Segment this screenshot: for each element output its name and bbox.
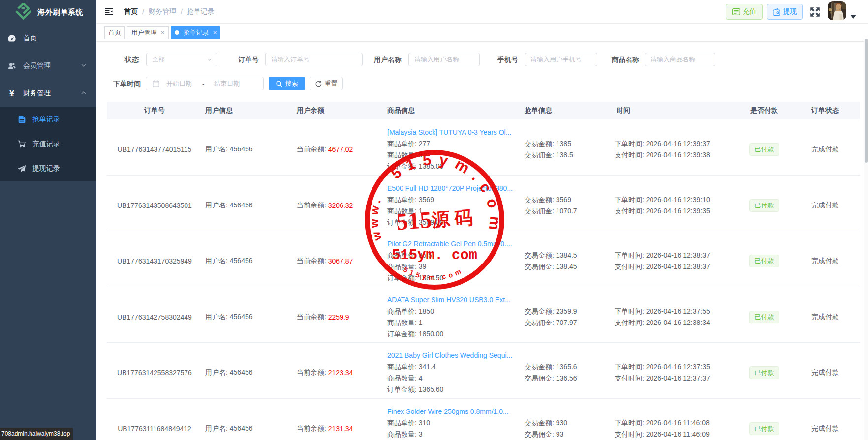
svg-text:515ym. com: 515ym. com [392,247,477,264]
svg-text:515ym.com: 515ym.com [402,265,465,281]
svg-text:515源 码: 515源 码 [396,204,474,235]
